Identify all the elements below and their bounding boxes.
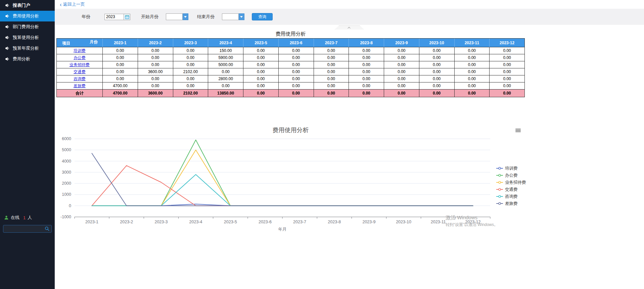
calendar-icon[interactable] [124, 14, 130, 20]
row-item-link[interactable]: 差旅费 [74, 83, 86, 88]
year-input[interactable] [104, 14, 124, 20]
value-cell: 0.00 [138, 75, 173, 82]
query-button[interactable]: 查询 [252, 13, 273, 20]
value-cell: 0.00 [419, 54, 455, 61]
table-row: 业务招待费0.000.000.005000.000.000.000.000.00… [57, 61, 525, 68]
sidebar-item-1[interactable]: 部门费用分析 [0, 21, 55, 32]
total-label: 合计 [57, 90, 103, 97]
sidebar-item-0[interactable]: 费用使用分析 [0, 11, 55, 21]
corner-items-label: 项目 [62, 41, 70, 46]
total-value-cell: 0.00 [279, 90, 314, 97]
sidebar-nav: 费用使用分析部门费用分析预算使用分析预算年度分析费用分析 [0, 11, 55, 64]
value-cell: 0.00 [243, 47, 279, 54]
legend-label[interactable]: 业务招待费 [505, 180, 526, 185]
value-cell: 0.00 [349, 47, 384, 54]
month-header: 2023-6 [279, 39, 314, 47]
sidebar-item-label: 预算使用分析 [13, 35, 39, 41]
value-cell: 0.00 [419, 68, 455, 75]
series-line[interactable] [92, 150, 473, 206]
online-count: 1 [23, 215, 26, 220]
legend-marker-dot[interactable] [499, 203, 501, 205]
value-cell: 2102.00 [173, 68, 209, 75]
main-content: ‹ 返回上一页 年份 开始月份 结束月份 查询 [55, 0, 644, 289]
dropdown-arrow-icon[interactable] [239, 13, 244, 20]
dropdown-arrow-icon[interactable] [183, 13, 188, 20]
watermark-line1: 激活 Windows [446, 215, 498, 221]
value-cell: 0.00 [419, 47, 455, 54]
table-row: 差旅费4700.000.000.000.000.000.000.000.000.… [57, 82, 525, 90]
y-tick-label: 6000 [62, 136, 71, 141]
value-cell: 5900.00 [208, 54, 243, 61]
corner-header: 月份 项目 [57, 39, 103, 47]
chevron-left-icon: ‹ [60, 2, 62, 7]
year-input-group [104, 14, 130, 20]
value-cell: 0.00 [243, 68, 279, 75]
legend-marker-dot[interactable] [499, 195, 501, 197]
legend-marker-dot[interactable] [499, 188, 501, 190]
legend-label[interactable]: 咨询费 [505, 194, 518, 199]
value-cell: 0.00 [138, 47, 173, 54]
back-link[interactable]: ‹ 返回上一页 [60, 1, 85, 7]
chevron-up-icon [348, 27, 350, 30]
row-item-link[interactable]: 办公费 [74, 55, 86, 60]
total-value-cell: 0.00 [349, 90, 384, 97]
x-tick-label: 2023-8 [328, 220, 341, 224]
month-header: 2023-11 [455, 39, 490, 47]
top-bar: ‹ 返回上一页 [55, 0, 644, 9]
value-cell: 0.00 [314, 61, 349, 68]
search-icon[interactable] [45, 226, 50, 231]
value-cell: 0.00 [314, 54, 349, 61]
speaker-icon [5, 14, 10, 18]
month-header: 2023-3 [173, 39, 209, 47]
row-item-link[interactable]: 培训费 [74, 48, 86, 53]
legend-marker-dot[interactable] [499, 181, 501, 183]
row-item-link[interactable]: 业务招待费 [70, 62, 90, 67]
person-icon [4, 215, 9, 220]
sidebar-header[interactable]: 报表门户 [0, 0, 55, 11]
series-line[interactable] [92, 166, 473, 206]
value-cell: 3600.00 [138, 68, 173, 75]
legend-label[interactable]: 差旅费 [505, 201, 518, 206]
x-tick-label: 2023-6 [259, 220, 272, 224]
row-item-link[interactable]: 咨询费 [74, 76, 86, 81]
y-tick-label: 2000 [62, 181, 71, 186]
value-cell: 0.00 [103, 47, 138, 54]
sidebar-item-3[interactable]: 预算年度分析 [0, 43, 55, 54]
value-cell: 0.00 [419, 82, 455, 90]
value-cell: 0.00 [490, 75, 525, 82]
y-tick-label: -1000 [60, 215, 71, 219]
row-item-link[interactable]: 交通费 [74, 69, 86, 74]
series-line[interactable] [92, 175, 473, 206]
legend-label[interactable]: 办公费 [505, 173, 518, 178]
end-month-select[interactable] [222, 13, 244, 20]
x-tick-label: 2023-4 [189, 220, 202, 224]
legend-marker-dot[interactable] [499, 174, 501, 176]
x-tick-label: 2023-5 [224, 220, 237, 224]
legend-label[interactable]: 培训费 [505, 166, 518, 171]
toolbox-menu-icon[interactable] [515, 128, 521, 133]
legend-label[interactable]: 交通费 [505, 187, 518, 192]
collapse-panel-toggle[interactable] [335, 25, 364, 30]
value-cell: 0.00 [208, 68, 243, 75]
online-label: 在线 [11, 215, 19, 221]
line-chart[interactable]: -100001000200030004000500060002023-12023… [56, 135, 580, 235]
value-cell: 0.00 [455, 47, 490, 54]
sidebar-item-4[interactable]: 费用分析 [0, 54, 55, 64]
speaker-icon [5, 3, 10, 8]
value-cell: 0.00 [384, 61, 419, 68]
sidebar-item-2[interactable]: 预算使用分析 [0, 32, 55, 43]
x-axis-title: 年月 [278, 227, 287, 232]
legend-marker-dot[interactable] [499, 167, 501, 169]
value-cell: 0.00 [384, 68, 419, 75]
total-value-cell: 0.00 [419, 90, 455, 97]
total-value-cell: 0.00 [384, 90, 419, 97]
value-cell: 0.00 [419, 75, 455, 82]
y-tick-label: 3000 [62, 170, 71, 175]
value-cell: 5000.00 [208, 61, 243, 68]
end-month-label: 结束月份 [197, 14, 215, 20]
start-month-select[interactable] [166, 13, 188, 20]
y-tick-label: 0 [69, 204, 71, 208]
value-cell: 0.00 [419, 61, 455, 68]
value-cell: 0.00 [314, 82, 349, 90]
chart-section: 费用使用分析 -10000100020003000400050006000202… [55, 126, 644, 237]
